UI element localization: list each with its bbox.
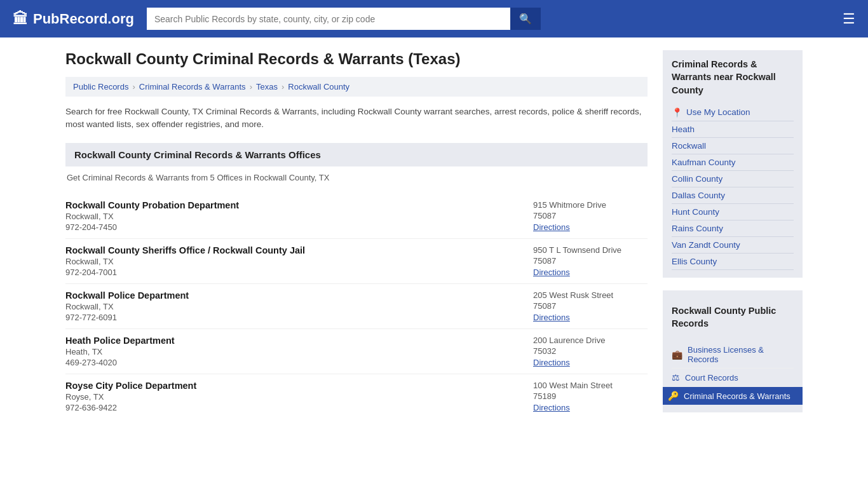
main-wrapper: Rockwall County Criminal Records & Warra…: [53, 37, 815, 431]
public-record-link-0[interactable]: 💼Business Licenses & Records: [672, 341, 794, 369]
record-icon-1: ⚖: [672, 372, 680, 383]
nearby-link-7[interactable]: Van Zandt County: [672, 237, 794, 254]
office-city-3: Heath, TX: [65, 347, 533, 356]
offices-section-header: Rockwall County Criminal Records & Warra…: [65, 143, 648, 166]
office-address-2: 205 West Rusk Street: [533, 290, 648, 300]
office-left-1: Rockwall County Sheriffs Office / Rockwa…: [65, 245, 533, 277]
breadcrumb-sep-2: ›: [250, 82, 252, 92]
office-address-1: 950 T L Townsend Drive: [533, 245, 648, 255]
office-entry: Rockwall County Probation Department Roc…: [65, 194, 648, 239]
office-left-3: Heath Police Department Heath, TX 469-27…: [65, 336, 533, 367]
office-zip-2: 75087: [533, 301, 648, 311]
search-button[interactable]: 🔍: [510, 8, 541, 30]
nearby-link-6[interactable]: Rains County: [672, 220, 794, 237]
logo-icon: 🏛: [13, 10, 28, 28]
office-phone-3: 469-273-4020: [65, 358, 533, 367]
search-icon: 🔍: [519, 13, 532, 24]
page-title: Rockwall County Criminal Records & Warra…: [65, 50, 648, 68]
nearby-link-4[interactable]: Dallas County: [672, 187, 794, 204]
office-city-4: Royse, TX: [65, 392, 533, 402]
search-input[interactable]: [147, 8, 510, 30]
directions-link-3[interactable]: Directions: [533, 358, 570, 367]
office-phone-0: 972-204-7450: [65, 222, 533, 232]
office-address-3: 200 Laurence Drive: [533, 336, 648, 345]
nearby-link-1[interactable]: Rockwall: [672, 138, 794, 154]
record-label-0: Business Licenses & Records: [688, 345, 794, 364]
breadcrumb-criminal-records[interactable]: Criminal Records & Warrants: [139, 82, 246, 92]
office-name-2: Rockwall Police Department: [65, 290, 533, 301]
office-entry: Rockwall County Sheriffs Office / Rockwa…: [65, 239, 648, 284]
nearby-link-0[interactable]: Heath: [672, 121, 794, 138]
office-phone-1: 972-204-7001: [65, 268, 533, 277]
office-right-1: 950 T L Townsend Drive 75087 Directions: [533, 245, 648, 277]
office-city-2: Rockwall, TX: [65, 302, 533, 311]
offices-list: Rockwall County Probation Department Roc…: [65, 194, 648, 419]
office-entry: Rockwall Police Department Rockwall, TX …: [65, 284, 648, 329]
directions-link-2[interactable]: Directions: [533, 313, 570, 322]
search-bar: 🔍: [147, 8, 541, 30]
offices-subtext: Get Criminal Records & Warrants from 5 O…: [65, 173, 648, 182]
record-label-2: Criminal Records & Warrants: [684, 391, 790, 401]
breadcrumb-public-records[interactable]: Public Records: [73, 82, 128, 92]
site-header: 🏛 PubRecord.org 🔍 ☰: [0, 0, 868, 37]
office-city-1: Rockwall, TX: [65, 257, 533, 266]
office-right-0: 915 Whitmore Drive 75087 Directions: [533, 200, 648, 232]
office-entry: Royse City Police Department Royse, TX 9…: [65, 374, 648, 419]
office-entry: Heath Police Department Heath, TX 469-27…: [65, 329, 648, 374]
office-city-0: Rockwall, TX: [65, 212, 533, 221]
public-records-links-container: 💼Business Licenses & Records⚖Court Recor…: [672, 341, 794, 405]
office-name-1: Rockwall County Sheriffs Office / Rockwa…: [65, 245, 533, 255]
public-records-box: Rockwall County Public Records 💼Business…: [663, 290, 803, 413]
breadcrumb-sep-1: ›: [132, 82, 135, 92]
nearby-link-3[interactable]: Collin County: [672, 171, 794, 187]
use-location-label: Use My Location: [686, 107, 750, 117]
public-record-link-2[interactable]: 🔑Criminal Records & Warrants: [663, 387, 803, 405]
record-icon-0: 💼: [672, 349, 682, 360]
nearby-link-5[interactable]: Hunt County: [672, 204, 794, 220]
office-right-2: 205 West Rusk Street 75087 Directions: [533, 290, 648, 322]
site-logo[interactable]: 🏛 PubRecord.org: [13, 10, 134, 28]
public-records-section: Rockwall County Public Records 💼Business…: [663, 290, 803, 413]
nearby-link-8[interactable]: Ellis County: [672, 254, 794, 270]
office-left-0: Rockwall County Probation Department Roc…: [65, 200, 533, 232]
public-records-title: Rockwall County Public Records: [663, 298, 803, 337]
breadcrumb-sep-3: ›: [281, 82, 284, 92]
sidebar: Criminal Records & Warrants near Rockwal…: [663, 50, 803, 419]
nearby-box: Criminal Records & Warrants near Rockwal…: [663, 50, 803, 278]
nearby-title: Criminal Records & Warrants near Rockwal…: [672, 58, 794, 97]
offices-section: Rockwall County Criminal Records & Warra…: [65, 143, 648, 419]
office-address-0: 915 Whitmore Drive: [533, 200, 648, 210]
office-zip-3: 75032: [533, 346, 648, 356]
page-description: Search for free Rockwall County, TX Crim…: [65, 105, 648, 132]
office-address-4: 100 West Main Street: [533, 381, 648, 390]
office-left-4: Royse City Police Department Royse, TX 9…: [65, 381, 533, 412]
breadcrumb: Public Records › Criminal Records & Warr…: [65, 77, 648, 97]
use-my-location-link[interactable]: 📍 Use My Location: [672, 104, 794, 121]
logo-text: PubRecord.org: [33, 11, 134, 27]
office-right-4: 100 West Main Street 75189 Directions: [533, 381, 648, 412]
directions-link-1[interactable]: Directions: [533, 268, 570, 277]
breadcrumb-rockwall-county[interactable]: Rockwall County: [288, 82, 349, 92]
office-zip-0: 75087: [533, 211, 648, 220]
menu-icon[interactable]: ☰: [843, 11, 855, 27]
record-label-1: Court Records: [685, 373, 738, 383]
public-record-link-1[interactable]: ⚖Court Records: [672, 369, 794, 387]
directions-link-4[interactable]: Directions: [533, 403, 570, 412]
office-left-2: Rockwall Police Department Rockwall, TX …: [65, 290, 533, 322]
office-right-3: 200 Laurence Drive 75032 Directions: [533, 336, 648, 367]
office-name-4: Royse City Police Department: [65, 381, 533, 391]
office-phone-2: 972-772-6091: [65, 313, 533, 322]
office-name-0: Rockwall County Probation Department: [65, 200, 533, 210]
nearby-links-container: HeathRockwallKaufman CountyCollin County…: [672, 121, 794, 270]
breadcrumb-texas[interactable]: Texas: [256, 82, 278, 92]
office-zip-1: 75087: [533, 256, 648, 266]
office-name-3: Heath Police Department: [65, 336, 533, 346]
location-icon: 📍: [672, 107, 682, 118]
nearby-link-2[interactable]: Kaufman County: [672, 154, 794, 171]
record-icon-2: 🔑: [668, 391, 679, 401]
directions-link-0[interactable]: Directions: [533, 222, 570, 232]
office-phone-4: 972-636-9422: [65, 403, 533, 412]
office-zip-4: 75189: [533, 391, 648, 401]
content-area: Rockwall County Criminal Records & Warra…: [65, 50, 648, 419]
